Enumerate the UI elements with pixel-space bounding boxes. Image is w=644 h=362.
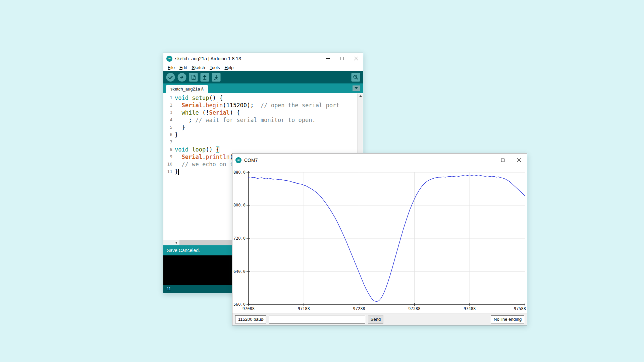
line-number: 7 [163,138,175,146]
line-number: 3 [163,109,175,116]
line-number: 8 [163,146,175,153]
menu-help-label: elp [228,65,233,70]
code-line[interactable]: 7 [163,138,357,146]
svg-text:720.0: 720.0 [233,236,246,241]
serial-send-input[interactable] [269,315,365,323]
minimize-icon [485,160,489,160]
menu-help[interactable]: Help [222,65,235,70]
svg-text:97188: 97188 [298,306,310,311]
menu-sketch-label: ketch [195,65,205,70]
verify-button[interactable] [166,73,175,82]
plotter-close-button[interactable] [511,154,527,167]
plotter-maximize-button[interactable] [495,154,511,167]
code-line[interactable]: 6} [163,131,357,138]
menu-sketch[interactable]: Sketch [190,65,207,70]
serial-plot-chart: 880.0800.0720.0640.0560.0970889718897288… [232,167,527,313]
tab-label: sketch_aug21a § [170,86,204,92]
serial-plot-area: 880.0800.0720.0640.0560.0970889718897288… [232,167,527,313]
serial-monitor-button[interactable] [351,73,360,82]
menu-file[interactable]: File [166,65,177,70]
code-line[interactable]: 3 while (!Serial) { [163,109,357,116]
minimize-icon [326,58,330,59]
ide-title-bar[interactable]: ∞ sketch_aug21a | Arduino 1.8.13 [163,53,363,64]
ide-minimize-button[interactable] [321,53,335,64]
line-number: 10 [163,161,175,168]
send-button[interactable]: Send [368,315,383,324]
ide-window-title: sketch_aug21a | Arduino 1.8.13 [175,56,241,61]
menu-edit[interactable]: Edit [177,65,189,70]
code-line[interactable]: 5 } [163,124,357,131]
menu-edit-mnemonic: E [179,65,182,70]
arrow-left-icon [175,241,177,244]
line-ending-select[interactable]: No line ending [491,315,524,323]
menu-tools-label: ools [212,65,220,70]
ide-toolbar [163,71,363,83]
status-message: Save Canceled. [167,248,200,253]
scroll-up-button[interactable] [358,93,363,99]
verify-icon [166,73,175,81]
svg-text:560.0: 560.0 [233,302,246,307]
plotter-control-bar: 115200 baud Send No line ending [232,313,527,325]
scroll-left-button[interactable] [173,240,179,245]
plotter-window-title: COM7 [244,158,258,163]
menu-sketch-mnemonic: S [192,65,195,70]
menu-edit-label: dit [182,65,187,70]
ide-close-button[interactable] [349,53,363,64]
maximize-icon [501,159,504,162]
ide-tab-bar: sketch_aug21a § [163,83,363,93]
plotter-minimize-button[interactable] [479,154,495,167]
line-number: 11 [163,168,175,175]
code-line[interactable]: 2 Serial.begin(115200); // open the seri… [163,102,357,109]
svg-text:880.0: 880.0 [233,170,246,175]
tab-menu-button[interactable] [353,85,360,91]
ide-maximize-button[interactable] [335,53,349,64]
menu-file-mnemonic: F [168,65,170,70]
line-number: 6 [163,131,175,138]
serial-input-wrap [269,315,365,324]
baud-rate-select[interactable]: 115200 baud [235,315,266,323]
line-number: 5 [163,124,175,131]
text-caret [271,317,271,322]
close-icon [517,158,521,162]
svg-text:97088: 97088 [243,306,255,311]
menu-file-label: ile [170,65,175,70]
maximize-icon [340,57,343,60]
arduino-icon: ∞ [235,157,241,163]
save-button[interactable] [212,73,221,82]
serial-plotter-window: ∞ COM7 880.0800.0720.0640.0560.097088971… [232,153,527,325]
upload-button[interactable] [177,73,186,82]
arrow-up-icon [359,95,362,97]
menu-tools[interactable]: Tools [208,65,222,70]
current-line-indicator: 11 [167,287,171,291]
arduino-icon: ∞ [166,56,172,62]
code-line[interactable]: 1void setup() { [163,94,357,102]
tab-sketch-aug21a[interactable]: sketch_aug21a § [166,85,208,93]
send-button-label: Send [371,317,381,322]
svg-text:97288: 97288 [353,306,365,311]
code-line[interactable]: 8void loop() { [163,146,357,153]
menu-help-mnemonic: H [224,65,227,70]
close-icon [354,56,358,61]
svg-text:800.0: 800.0 [233,203,246,207]
svg-text:97588: 97588 [514,306,526,311]
code-line[interactable]: 4 ; // wait for serial monitor to open. [163,116,357,124]
plotter-title-bar[interactable]: ∞ COM7 [232,154,527,167]
line-ending-value: No line ending [494,317,522,322]
desktop: ∞ sketch_aug21a | Arduino 1.8.13 File Ed… [0,0,644,362]
svg-text:640.0: 640.0 [233,269,246,274]
line-number: 1 [163,94,175,102]
line-number: 9 [163,153,175,161]
chevron-down-icon [355,87,358,89]
serial-monitor-icon [352,73,360,81]
text-caret [178,169,179,175]
line-number: 2 [163,102,175,109]
baud-rate-value: 115200 baud [238,317,263,322]
svg-text:97488: 97488 [464,306,476,311]
open-button[interactable] [200,73,209,82]
new-sketch-button[interactable] [189,73,198,82]
line-number: 4 [163,116,175,124]
svg-text:97388: 97388 [408,306,420,311]
ide-menu-bar: File Edit Sketch Tools Help [163,64,363,71]
